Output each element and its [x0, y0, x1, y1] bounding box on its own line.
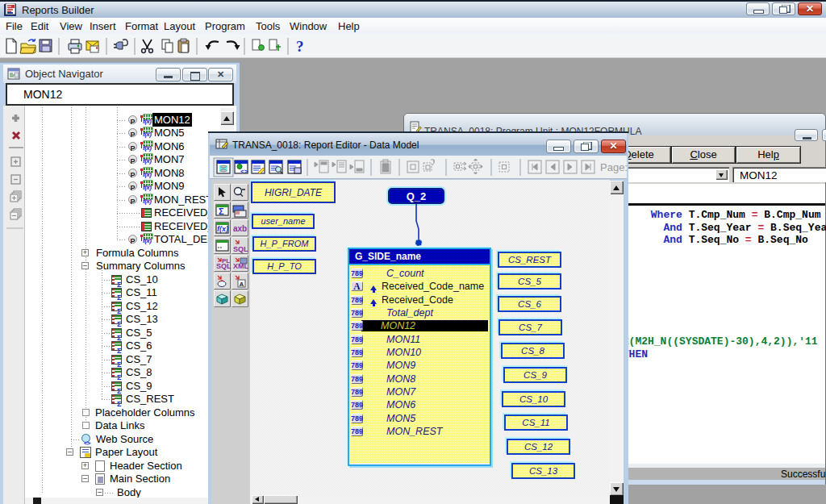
- svg-text:XML: XML: [233, 262, 249, 270]
- svg-text:SQL: SQL: [233, 245, 248, 253]
- svg-text:<>: <>: [240, 168, 248, 175]
- svg-text:SQL: SQL: [216, 262, 232, 270]
- svg-text:Page:: Page:: [600, 161, 627, 173]
- svg-text:Σ: Σ: [219, 206, 224, 216]
- svg-text:?: ?: [296, 38, 304, 55]
- svg-text:A: A: [240, 281, 244, 288]
- svg-text:f(x): f(x): [217, 225, 228, 233]
- svg-text:axb: axb: [233, 224, 247, 233]
